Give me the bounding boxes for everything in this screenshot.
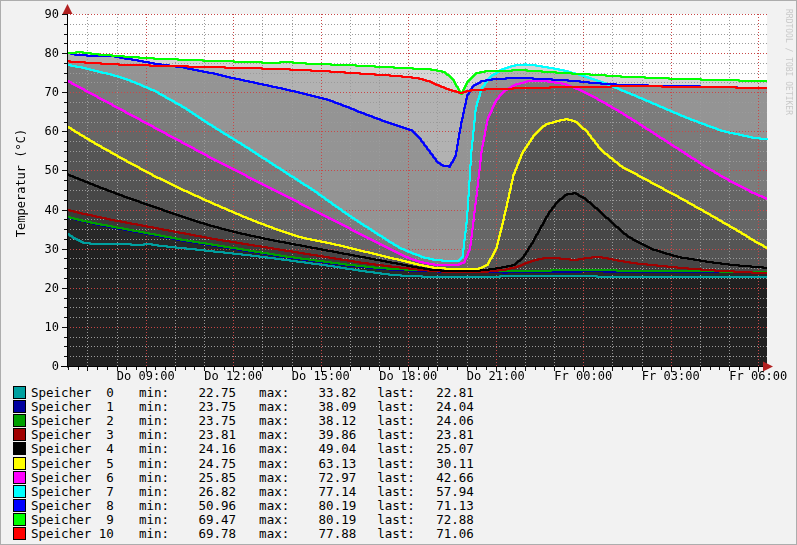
last-label: last: bbox=[377, 385, 415, 400]
legend-row: Speicher 7min:26.82max:77.14last:57.94 bbox=[13, 484, 474, 498]
max-label: max: bbox=[259, 484, 289, 499]
min-label: min: bbox=[139, 470, 169, 485]
min-value: 24.16 bbox=[169, 441, 236, 456]
legend-swatch bbox=[13, 527, 26, 540]
min-value: 25.85 bbox=[169, 470, 236, 485]
y-tick-label: 40 bbox=[17, 203, 59, 217]
legend-series-name: Speicher 8 bbox=[31, 498, 114, 513]
max-label: max: bbox=[259, 456, 289, 471]
y-tick-label: 50 bbox=[17, 163, 59, 177]
max-label: max: bbox=[259, 427, 289, 442]
last-value: 71.06 bbox=[415, 526, 474, 541]
min-value: 22.75 bbox=[169, 385, 236, 400]
last-label: last: bbox=[377, 484, 415, 499]
max-value: 77.14 bbox=[289, 484, 356, 499]
max-value: 39.86 bbox=[289, 427, 356, 442]
legend-swatch bbox=[13, 513, 26, 526]
legend-row: Speicher 9min:69.47max:80.19last:72.88 bbox=[13, 513, 474, 527]
x-tick-label: Fr 06:00 bbox=[722, 369, 794, 383]
min-label: min: bbox=[139, 484, 169, 499]
min-label: min: bbox=[139, 399, 169, 414]
last-value: 30.11 bbox=[415, 456, 474, 471]
legend-row: Speicher 1min:23.75max:38.09last:24.04 bbox=[13, 399, 474, 413]
min-value: 24.75 bbox=[169, 456, 236, 471]
max-label: max: bbox=[259, 413, 289, 428]
y-tick-label: 80 bbox=[17, 46, 59, 60]
last-label: last: bbox=[377, 399, 415, 414]
legend-row: Speicher 4min:24.16max:49.04last:25.07 bbox=[13, 442, 474, 456]
legend-swatch bbox=[13, 499, 26, 512]
y-tick-label: 0 bbox=[17, 359, 59, 373]
max-value: 38.12 bbox=[289, 413, 356, 428]
legend-swatch bbox=[13, 442, 26, 455]
last-label: last: bbox=[377, 427, 415, 442]
legend-swatch bbox=[13, 400, 26, 413]
x-tick-label: Do 09:00 bbox=[110, 369, 182, 383]
legend-swatch bbox=[13, 414, 26, 427]
min-label: min: bbox=[139, 413, 169, 428]
min-value: 23.81 bbox=[169, 427, 236, 442]
last-label: last: bbox=[377, 498, 415, 513]
last-value: 25.07 bbox=[415, 441, 474, 456]
x-tick-label: Fr 03:00 bbox=[635, 369, 707, 383]
min-value: 69.78 bbox=[169, 526, 236, 541]
legend-series-name: Speicher 10 bbox=[31, 526, 114, 541]
x-tick-label: Fr 00:00 bbox=[547, 369, 619, 383]
last-value: 57.94 bbox=[415, 484, 474, 499]
min-label: min: bbox=[139, 512, 169, 527]
max-value: 49.04 bbox=[289, 441, 356, 456]
legend-series-name: Speicher 6 bbox=[31, 470, 114, 485]
legend-row: Speicher 5min:24.75max:63.13last:30.11 bbox=[13, 456, 474, 470]
legend-series-name: Speicher 1 bbox=[31, 399, 114, 414]
max-value: 38.09 bbox=[289, 399, 356, 414]
y-tick-label: 60 bbox=[17, 124, 59, 138]
max-label: max: bbox=[259, 526, 289, 541]
y-tick-label: 10 bbox=[17, 320, 59, 334]
max-label: max: bbox=[259, 512, 289, 527]
last-label: last: bbox=[377, 470, 415, 485]
max-value: 80.19 bbox=[289, 498, 356, 513]
watermark: RRDTOOL / TOBI OETIKER bbox=[784, 9, 793, 115]
min-value: 23.75 bbox=[169, 413, 236, 428]
legend-series-name: Speicher 3 bbox=[31, 427, 114, 442]
max-value: 33.82 bbox=[289, 385, 356, 400]
legend-series-name: Speicher 2 bbox=[31, 413, 114, 428]
max-label: max: bbox=[259, 441, 289, 456]
max-label: max: bbox=[259, 498, 289, 513]
legend-series-name: Speicher 0 bbox=[31, 385, 114, 400]
last-value: 23.81 bbox=[415, 427, 474, 442]
last-value: 71.13 bbox=[415, 498, 474, 513]
x-tick-label: Do 21:00 bbox=[460, 369, 532, 383]
x-tick-label: Do 15:00 bbox=[285, 369, 357, 383]
y-tick-label: 20 bbox=[17, 281, 59, 295]
min-label: min: bbox=[139, 441, 169, 456]
max-label: max: bbox=[259, 385, 289, 400]
legend-swatch bbox=[13, 428, 26, 441]
last-label: last: bbox=[377, 441, 415, 456]
last-label: last: bbox=[377, 456, 415, 471]
last-value: 72.88 bbox=[415, 512, 474, 527]
max-label: max: bbox=[259, 470, 289, 485]
min-value: 69.47 bbox=[169, 512, 236, 527]
last-value: 42.66 bbox=[415, 470, 474, 485]
min-label: min: bbox=[139, 427, 169, 442]
legend-row: Speicher 3min:23.81max:39.86last:23.81 bbox=[13, 428, 474, 442]
chart-canvas bbox=[1, 1, 797, 383]
legend-series-name: Speicher 4 bbox=[31, 441, 114, 456]
max-value: 77.88 bbox=[289, 526, 356, 541]
legend: Speicher 0min:22.75max:33.82last:22.81Sp… bbox=[13, 385, 474, 541]
min-value: 23.75 bbox=[169, 399, 236, 414]
min-label: min: bbox=[139, 498, 169, 513]
min-label: min: bbox=[139, 526, 169, 541]
last-label: last: bbox=[377, 512, 415, 527]
x-tick-label: Do 12:00 bbox=[197, 369, 269, 383]
y-tick-label: 30 bbox=[17, 242, 59, 256]
last-label: last: bbox=[377, 526, 415, 541]
legend-series-name: Speicher 9 bbox=[31, 512, 114, 527]
min-value: 50.96 bbox=[169, 498, 236, 513]
max-value: 80.19 bbox=[289, 512, 356, 527]
last-value: 22.81 bbox=[415, 385, 474, 400]
last-label: last: bbox=[377, 413, 415, 428]
legend-row: Speicher 8min:50.96max:80.19last:71.13 bbox=[13, 499, 474, 513]
min-value: 26.82 bbox=[169, 484, 236, 499]
